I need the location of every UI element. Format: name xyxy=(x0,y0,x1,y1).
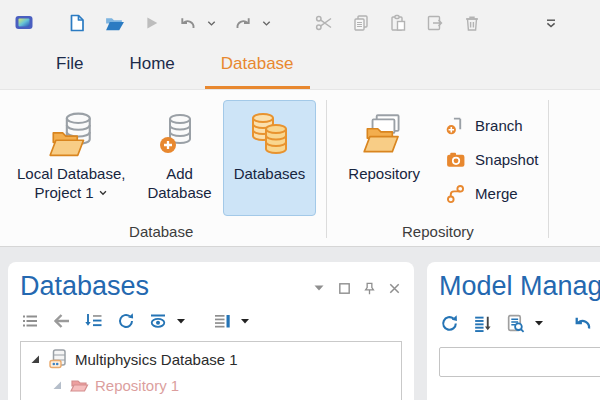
snapshot-label: Snapshot xyxy=(475,151,538,168)
databases-panel-toolbar xyxy=(20,310,402,332)
quick-access-toolbar xyxy=(0,0,600,46)
list-view-icon[interactable] xyxy=(20,310,40,332)
tab-database[interactable]: Database xyxy=(205,54,310,89)
panel-collapse-icon[interactable] xyxy=(311,280,327,296)
expand-toggle-icon xyxy=(51,379,63,391)
redo-icon[interactable] xyxy=(231,11,255,35)
panel-float-icon[interactable] xyxy=(336,280,352,296)
tree-row-multiphysics-database[interactable]: Multiphysics Database 1 xyxy=(21,346,401,372)
ribbon-group-repository: Repository Branch Snapshot Merge xyxy=(337,100,538,246)
model-manager-panel: Model Manager xyxy=(427,262,600,400)
refresh-icon[interactable] xyxy=(116,310,136,332)
comsol-window: File Home Database xyxy=(0,0,600,400)
local-database-button[interactable]: Local Database, Project 1 xyxy=(6,100,136,216)
group-label-repository: Repository xyxy=(402,221,474,246)
repository-label: Repository xyxy=(348,164,420,183)
group-label-database: Database xyxy=(129,221,193,246)
toolbar-overflow-icon[interactable] xyxy=(539,11,563,35)
duplicate-icon[interactable] xyxy=(423,11,447,35)
ribbon-tab-bar: File Home Database xyxy=(0,46,600,90)
model-manager-toolbar xyxy=(439,312,600,334)
add-database-label-line2: Database xyxy=(147,183,211,202)
new-file-icon[interactable] xyxy=(65,11,89,35)
repository-folder-icon xyxy=(69,375,89,395)
local-database-label-line1: Local Database, xyxy=(17,164,125,183)
model-manager-search-input[interactable] xyxy=(439,347,600,377)
panel-pin-icon[interactable] xyxy=(361,280,377,296)
local-database-label-line2: Project 1 xyxy=(35,183,108,202)
repository-small-buttons: Branch Snapshot Merge xyxy=(445,100,538,210)
databases-panel: Databases xyxy=(8,262,414,400)
ribbon-database: Local Database, Project 1 xyxy=(0,90,600,247)
ribbon-group-database: Local Database, Project 1 xyxy=(6,100,316,246)
ribbon-group-separator-2 xyxy=(548,100,549,238)
branch-label: Branch xyxy=(475,117,523,134)
tab-file[interactable]: File xyxy=(40,54,99,89)
tree-row-label: Repository 1 xyxy=(95,377,179,394)
sort-icon[interactable] xyxy=(472,312,493,334)
model-manager-panel-title: Model Manager xyxy=(439,270,600,302)
databases-icon xyxy=(245,106,293,164)
merge-button[interactable]: Merge xyxy=(445,178,538,208)
tree-row-label: Multiphysics Database 1 xyxy=(75,351,238,368)
branch-add-icon xyxy=(445,115,466,136)
add-database-label-line1: Add xyxy=(166,164,193,183)
ribbon-group-separator xyxy=(326,100,327,238)
local-database-icon xyxy=(46,106,96,164)
delete-icon[interactable] xyxy=(460,11,484,35)
add-database-button[interactable]: Add Database xyxy=(136,100,222,216)
open-file-icon[interactable] xyxy=(102,11,126,35)
preview-dropdown-icon[interactable] xyxy=(534,312,544,334)
chevron-down-icon xyxy=(98,188,108,198)
undo-icon[interactable] xyxy=(176,11,200,35)
databases-tree: Multiphysics Database 1 Repository 1 xyxy=(20,341,402,400)
refresh-icon[interactable] xyxy=(439,312,460,334)
copy-icon[interactable] xyxy=(349,11,373,35)
columns-dropdown-icon[interactable] xyxy=(240,310,250,332)
databases-button[interactable]: Databases xyxy=(223,100,317,216)
expand-toggle-icon xyxy=(29,353,41,365)
tree-row-repository-1[interactable]: Repository 1 xyxy=(21,372,401,398)
snapshot-button[interactable]: Snapshot xyxy=(445,144,538,174)
preview-icon[interactable] xyxy=(505,312,526,334)
tab-home[interactable]: Home xyxy=(113,54,190,89)
repository-icon xyxy=(359,106,409,164)
show-hide-icon[interactable] xyxy=(148,310,168,332)
workspace: Databases xyxy=(0,247,600,400)
run-icon[interactable] xyxy=(139,11,163,35)
undo-icon[interactable] xyxy=(572,312,594,334)
cut-icon[interactable] xyxy=(312,11,336,35)
branch-button[interactable]: Branch xyxy=(445,110,538,140)
database-server-icon xyxy=(47,348,69,370)
go-to-node-icon[interactable] xyxy=(84,310,104,332)
add-database-icon xyxy=(156,106,204,164)
merge-icon xyxy=(445,183,466,204)
merge-label: Merge xyxy=(475,185,518,202)
snapshot-camera-icon xyxy=(445,149,466,170)
undo-dropdown-icon[interactable] xyxy=(204,11,218,35)
app-logo-icon[interactable] xyxy=(12,11,36,35)
panel-close-icon[interactable] xyxy=(386,280,402,296)
show-hide-dropdown-icon[interactable] xyxy=(176,310,186,332)
paste-icon[interactable] xyxy=(386,11,410,35)
databases-panel-controls xyxy=(311,280,402,296)
repository-button[interactable]: Repository xyxy=(337,100,431,216)
go-back-icon[interactable] xyxy=(52,310,72,332)
columns-icon[interactable] xyxy=(212,310,232,332)
redo-dropdown-icon[interactable] xyxy=(259,11,273,35)
databases-label: Databases xyxy=(234,164,306,183)
